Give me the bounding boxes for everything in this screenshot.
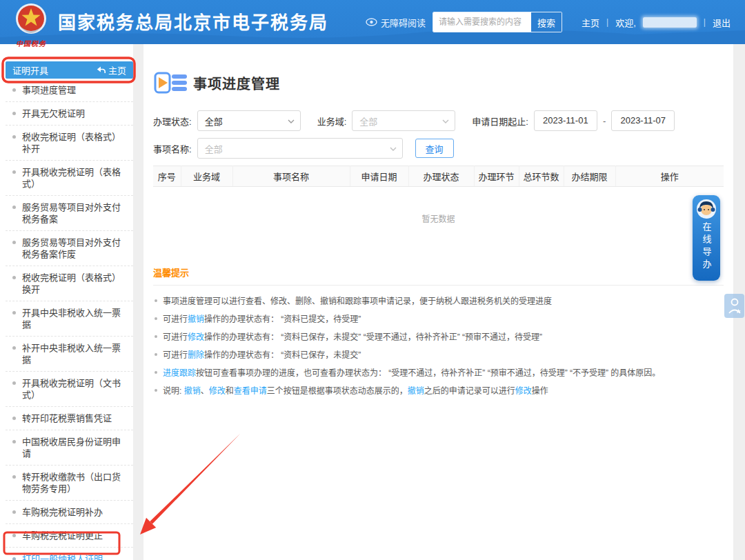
online-guide-widget[interactable]: 在线导办 <box>693 195 720 281</box>
app-header: 中国税务 国家税务总局北京市电子税务局 无障碍阅读 搜索 主页 | 欢迎, | … <box>0 0 745 44</box>
sidebar: 证明开具 主页 事项进度管理 开具无欠税证明 税收完税证明（表格式）补开 开具税… <box>6 61 133 560</box>
home-link[interactable]: 主页 <box>582 16 599 29</box>
tip-item: 可进行撤销操作的办理状态有： “资料已提交，待受理” <box>153 310 724 328</box>
page-title: 事项进度管理 <box>193 73 280 93</box>
tax-emblem-logo: 中国税务 <box>11 3 51 44</box>
column-header: 事项名称 <box>232 166 350 187</box>
sidebar-item-print-general-taxpayer[interactable]: 打印一般纳税人证明 <box>6 548 133 560</box>
column-header: 办理环节 <box>474 166 519 187</box>
sidebar-item[interactable]: 开具无欠税证明 <box>6 102 133 126</box>
bullet-icon <box>12 534 16 537</box>
query-button[interactable]: 查询 <box>415 139 454 158</box>
filter-bar: 办理状态: 全部 业务域: 全部 申请日期起止: 2023-11-01 - 20… <box>153 110 724 159</box>
bullet-icon <box>155 353 157 356</box>
column-header: 办理状态 <box>408 166 474 187</box>
item-name-filter-label: 事项名称: <box>153 142 192 155</box>
chevron-down-icon <box>442 119 449 123</box>
person-star-icon <box>728 297 742 315</box>
bullet-icon <box>12 112 16 115</box>
online-guide-label: 在线导办 <box>700 222 713 272</box>
sidebar-item[interactable]: 转开印花税票销售凭证 <box>6 407 133 430</box>
header-search: 搜索 <box>433 12 562 32</box>
domain-filter-label: 业务域: <box>317 114 347 128</box>
sidebar-home-button[interactable]: 主页 <box>97 63 126 77</box>
status-select[interactable]: 全部 <box>197 110 301 131</box>
sidebar-item[interactable]: 开具税收完税证明（表格式） <box>6 161 133 196</box>
tips-title: 温馨提示 <box>153 266 724 279</box>
sidebar-item[interactable]: 服务贸易等项目对外支付税务备案作废 <box>6 231 133 266</box>
site-title: 国家税务总局北京市电子税务局 <box>58 8 328 34</box>
column-header: 申请日期 <box>350 166 408 187</box>
tip-item: 事项进度管理可以进行查看、修改、删除、撤销和跟踪事项申请记录，便于纳税人跟进税务… <box>153 292 724 310</box>
eye-icon <box>366 18 377 26</box>
assistant-avatar-icon <box>696 199 717 219</box>
sidebar-item[interactable]: 中国税收居民身份证明申请 <box>6 430 133 466</box>
sidebar-item[interactable]: 开具中央非税收入统一票据 <box>6 301 133 337</box>
bullet-icon <box>12 510 16 514</box>
user-service-button[interactable] <box>724 294 744 318</box>
bullet-icon <box>12 440 16 443</box>
tips-section: 温馨提示 事项进度管理可以进行查看、修改、删除、撤销和跟踪事项申请记录，便于纳税… <box>153 266 724 400</box>
welcome-label: 欢迎, <box>615 16 636 29</box>
panel-gap <box>133 44 143 560</box>
tip-item: 说明: 撤销、修改和查看申请三个按钮是根据事项状态动态展示的，撤销之后的申请记录… <box>153 382 724 400</box>
sidebar-item[interactable]: 车购税完税证明更正 <box>6 524 133 548</box>
bullet-icon <box>155 317 157 320</box>
date-separator: - <box>603 116 606 126</box>
date-to-input[interactable]: 2023-11-07 <box>611 110 675 131</box>
tip-item: 可进行删除操作的办理状态有： “资料已保存，未提交” <box>153 346 724 364</box>
progress-table: 序号 业务域 事项名称 申请日期 办理状态 办理环节 总环节数 办结期限 操作 … <box>153 166 724 250</box>
accessibility-toggle[interactable]: 无障碍阅读 <box>366 16 426 29</box>
bullet-icon <box>155 389 157 392</box>
bullet-icon <box>12 276 16 279</box>
sidebar-menu: 事项进度管理 开具无欠税证明 税收完税证明（表格式）补开 开具税收完税证明（表格… <box>6 79 133 560</box>
search-input[interactable] <box>433 12 531 32</box>
column-header: 序号 <box>153 166 181 187</box>
column-header: 操作 <box>615 166 724 187</box>
header-divider: | <box>606 17 608 27</box>
empty-state-text: 暂无数据 <box>153 187 724 250</box>
sidebar-item[interactable]: 税收完税证明（表格式）补开 <box>6 126 133 161</box>
sidebar-item-progress[interactable]: 事项进度管理 <box>6 79 133 102</box>
table-empty-row: 暂无数据 <box>153 187 724 250</box>
bullet-icon <box>12 88 16 92</box>
bullet-icon <box>12 311 16 314</box>
bullet-icon <box>12 206 16 209</box>
bullet-icon <box>12 346 16 350</box>
column-header: 总环节数 <box>519 166 564 187</box>
sidebar-item[interactable]: 补开中央非税收入统一票据 <box>6 337 133 372</box>
sidebar-item[interactable]: 车购税完税证明补办 <box>6 501 133 524</box>
main-content: 事项进度管理 办理状态: 全部 业务域: 全部 申请日期起止: 2023-11-… <box>143 44 733 560</box>
bullet-icon <box>12 170 16 174</box>
sidebar-item[interactable]: 服务贸易等项目对外支付税务备案 <box>6 196 133 231</box>
page-title-icon <box>153 69 189 97</box>
date-from-input[interactable]: 2023-11-01 <box>534 110 597 131</box>
status-filter-label: 办理状态: <box>153 114 192 128</box>
column-header: 办结期限 <box>564 166 615 187</box>
masked-username <box>643 17 697 28</box>
chevron-down-icon <box>288 119 295 123</box>
chevron-down-icon <box>390 147 397 151</box>
sidebar-item[interactable]: 税收完税证明（表格式）换开 <box>6 266 133 301</box>
bullet-icon <box>12 475 16 479</box>
logout-link[interactable]: 退出 <box>713 16 731 29</box>
bullet-icon <box>12 557 16 560</box>
sidebar-title: 证明开具 <box>12 63 48 77</box>
domain-select[interactable]: 全部 <box>352 110 455 131</box>
tip-item: 可进行修改操作的办理状态有： “资料已保存，未提交” “受理不通过，待补齐补正”… <box>153 328 724 346</box>
search-button[interactable]: 搜索 <box>531 12 562 32</box>
header-divider: | <box>704 17 706 27</box>
bullet-icon <box>155 335 157 338</box>
back-arrow-icon <box>97 66 106 74</box>
sidebar-item[interactable]: 开具税收完税证明（文书式） <box>6 372 133 407</box>
sidebar-home-label: 主页 <box>108 63 126 77</box>
column-header: 业务域 <box>181 166 232 187</box>
date-range-label: 申请日期起止: <box>472 114 528 128</box>
sidebar-header: 证明开具 主页 <box>6 61 133 79</box>
bullet-icon <box>12 381 16 385</box>
logo-caption: 中国税务 <box>11 38 51 48</box>
sidebar-item[interactable]: 转开税收缴款书（出口货物劳务专用） <box>6 466 133 501</box>
item-name-select[interactable]: 全部 <box>197 138 403 159</box>
bullet-icon <box>12 241 16 244</box>
tip-item: 进度跟踪按钮可查看事项办理的进度，也可查看办理状态为： “受理不通过，待补齐补正… <box>153 364 724 382</box>
